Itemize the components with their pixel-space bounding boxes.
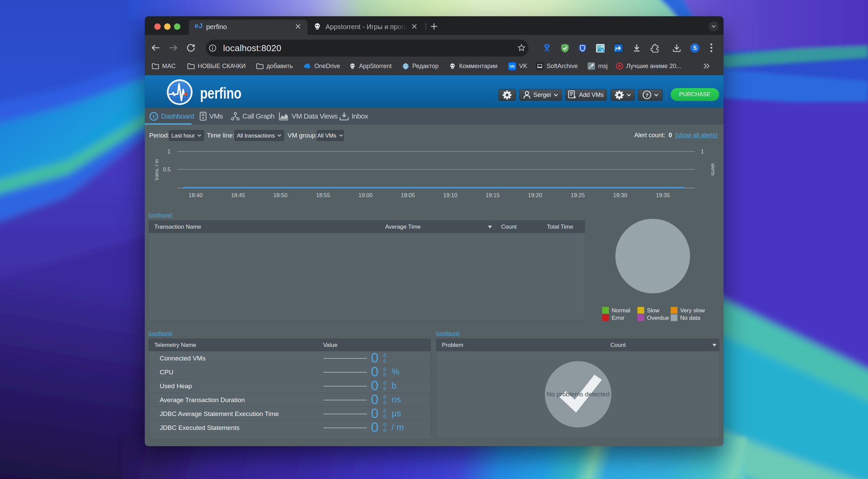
svg-text:19:00: 19:00 — [358, 192, 372, 198]
svg-text:18:55: 18:55 — [316, 192, 330, 198]
svg-text:19:25: 19:25 — [571, 192, 585, 198]
svg-text:18:50: 18:50 — [273, 192, 287, 198]
svg-text:e: e — [195, 22, 199, 29]
svg-text:19:05: 19:05 — [401, 192, 415, 198]
svg-text:1: 1 — [167, 149, 171, 154]
svg-text:18:40: 18:40 — [189, 192, 202, 198]
svg-text:No problems detected: No problems detected — [547, 391, 610, 398]
svg-text:J: J — [199, 22, 203, 29]
svg-text:19:10: 19:10 — [443, 192, 457, 198]
svg-text:19:30: 19:30 — [613, 192, 627, 198]
svg-text:18:45: 18:45 — [231, 192, 245, 198]
svg-text:alerts: alerts — [710, 163, 716, 176]
svg-text:?: ? — [645, 92, 648, 98]
svg-text:VK: VK — [510, 64, 515, 68]
svg-text:1: 1 — [701, 149, 704, 154]
svg-text:19:35: 19:35 — [656, 192, 670, 198]
svg-text:0.5: 0.5 — [163, 167, 171, 172]
svg-text:19:20: 19:20 — [528, 192, 542, 198]
svg-text:19:15: 19:15 — [486, 192, 499, 198]
svg-text:trans. / m: trans. / m — [154, 159, 159, 181]
